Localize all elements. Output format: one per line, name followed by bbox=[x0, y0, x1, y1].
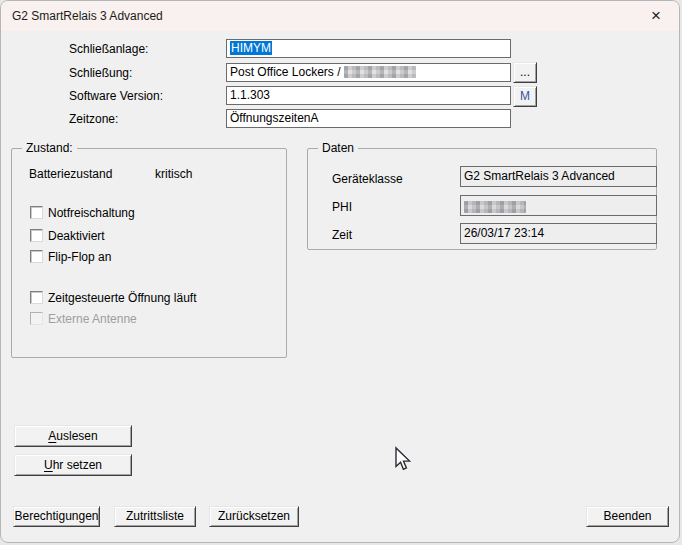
zuruecksetzen-button[interactable]: Zurücksetzen bbox=[209, 506, 299, 527]
uhr-setzen-button[interactable]: Uhr setzen bbox=[14, 454, 132, 476]
software-version-label: Software Version: bbox=[69, 89, 163, 103]
redacted-blur bbox=[464, 201, 526, 213]
checkbox-label[interactable]: Flip-Flop an bbox=[48, 250, 111, 264]
daten-legend: Daten bbox=[318, 141, 358, 155]
schliessung-label: Schließung: bbox=[69, 66, 132, 80]
flip-flop-checkbox[interactable] bbox=[30, 250, 43, 263]
zustand-legend: Zustand: bbox=[22, 141, 77, 155]
geraeteklasse-label: Geräteklasse bbox=[332, 172, 403, 186]
auslesen-button[interactable]: Auslesen bbox=[14, 425, 132, 447]
close-icon: × bbox=[651, 6, 661, 26]
externe-antenne-checkbox bbox=[30, 312, 43, 325]
schliessanlage-label: Schließanlage: bbox=[69, 42, 148, 56]
zeit-value: 26/03/17 23:14 bbox=[460, 223, 657, 244]
notfreischaltung-checkbox[interactable] bbox=[30, 206, 43, 219]
dialog-window: G2 SmartRelais 3 Advanced × Schließanlag… bbox=[0, 0, 680, 543]
mouse-cursor-icon bbox=[391, 446, 413, 472]
schliessanlage-input[interactable]: HIMYM bbox=[226, 39, 511, 58]
titlebar[interactable]: G2 SmartRelais 3 Advanced × bbox=[1, 1, 679, 31]
zeitzone-input[interactable]: ÖffnungszeitenA bbox=[226, 109, 511, 128]
zutrittsliste-button[interactable]: Zutrittsliste bbox=[114, 506, 196, 527]
battery-state-value: kritisch bbox=[155, 167, 192, 181]
phi-value bbox=[460, 195, 657, 216]
m-button[interactable]: M bbox=[513, 86, 537, 107]
schliessung-input[interactable]: Post Office Lockers / bbox=[226, 63, 511, 82]
checkbox-label[interactable]: Zeitgesteuerte Öffnung läuft bbox=[48, 291, 197, 305]
checkbox-label[interactable]: Notfreischaltung bbox=[48, 206, 135, 220]
zeit-label: Zeit bbox=[332, 228, 352, 242]
checkbox-label[interactable]: Deaktiviert bbox=[48, 229, 105, 243]
checkbox-label: Externe Antenne bbox=[48, 312, 137, 326]
zeitgesteuerte-oeffnung-checkbox[interactable] bbox=[30, 291, 43, 304]
zeitzone-label: Zeitzone: bbox=[69, 112, 118, 126]
redacted-blur bbox=[344, 66, 416, 78]
daten-groupbox: Daten Geräteklasse PHI Zeit G2 SmartRela… bbox=[307, 148, 657, 250]
battery-state-label: Batteriezustand bbox=[29, 167, 112, 181]
geraeteklasse-value: G2 SmartRelais 3 Advanced bbox=[460, 166, 657, 187]
close-button[interactable]: × bbox=[633, 1, 679, 31]
software-version-input[interactable]: 1.1.303 bbox=[226, 86, 511, 105]
zustand-groupbox: Zustand: Batteriezustand kritisch Notfre… bbox=[11, 148, 287, 358]
selected-text: HIMYM bbox=[230, 41, 272, 55]
beenden-button[interactable]: Beenden bbox=[586, 506, 669, 527]
browse-schliessung-button[interactable]: ... bbox=[513, 62, 537, 83]
deaktiviert-checkbox[interactable] bbox=[30, 229, 43, 242]
phi-label: PHI bbox=[332, 200, 352, 214]
berechtigungen-button[interactable]: Berechtigungen bbox=[13, 506, 100, 527]
window-title: G2 SmartRelais 3 Advanced bbox=[12, 9, 163, 23]
